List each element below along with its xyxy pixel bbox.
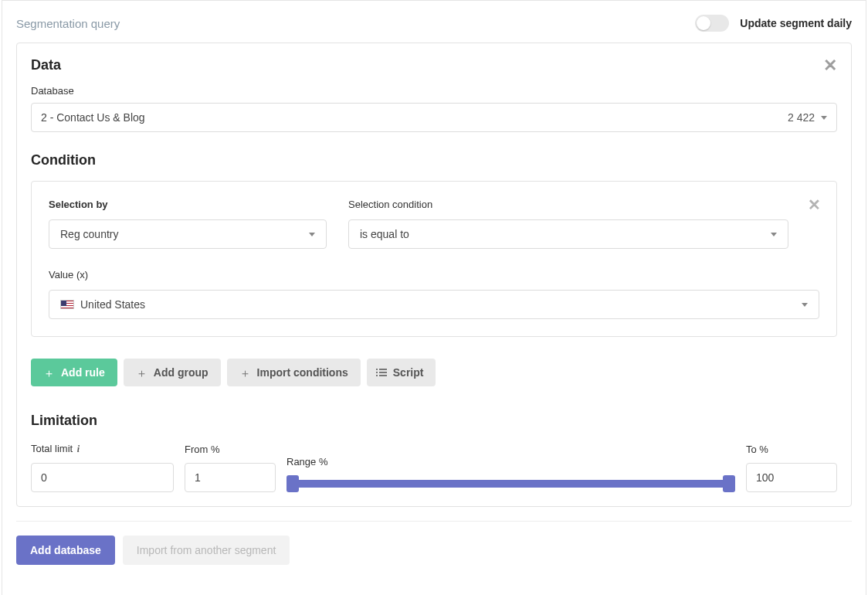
condition-section-title: Condition [31,152,837,168]
database-value: 2 - Contact Us & Blog [41,111,788,124]
import-conditions-button[interactable]: ＋ Import conditions [227,359,361,386]
from-pct-input[interactable] [185,463,276,492]
selection-by-label: Selection by [49,199,327,210]
value-select[interactable]: United States [49,290,819,319]
from-pct-label: From % [185,444,276,455]
close-condition-icon[interactable]: ✕ [808,197,821,212]
import-from-segment-button[interactable]: Import from another segment [123,536,290,565]
database-select[interactable]: 2 - Contact Us & Blog 2 422 [31,103,837,132]
total-limit-label: Total limit i [31,443,174,455]
selection-by-select[interactable]: Reg country [49,219,327,249]
update-daily-toggle[interactable] [695,15,729,32]
total-limit-input[interactable] [31,463,174,492]
caret-down-icon [802,303,808,307]
plus-icon: ＋ [136,367,147,379]
limitation-title: Limitation [31,413,837,429]
database-count: 2 422 [788,111,815,124]
add-rule-label: Add rule [61,366,105,379]
database-label: Database [31,85,837,97]
data-card: Data ✕ Database 2 - Contact Us & Blog 2 … [16,42,852,507]
close-data-card-icon[interactable]: ✕ [823,57,837,74]
range-slider[interactable] [287,480,735,488]
import-conditions-label: Import conditions [257,366,348,379]
range-handle-left[interactable] [287,475,299,492]
toggle-knob [697,16,710,30]
selection-condition-label: Selection condition [348,199,788,210]
selection-condition-value: is equal to [360,228,771,240]
us-flag-icon [60,300,74,309]
list-icon [379,369,387,376]
value-value: United States [80,298,802,311]
caret-down-icon [309,233,315,236]
caret-down-icon [821,116,827,120]
add-group-button[interactable]: ＋ Add group [124,359,221,386]
selection-by-value: Reg country [60,228,309,240]
range-pct-label: Range % [287,456,735,468]
update-daily-label: Update segment daily [740,17,852,29]
plus-icon: ＋ [43,367,55,379]
to-pct-input[interactable] [746,463,837,492]
data-section-title: Data [31,57,823,73]
add-group-label: Add group [154,366,209,379]
plus-icon: ＋ [239,367,251,379]
info-icon[interactable]: i [77,444,80,455]
add-rule-button[interactable]: ＋ Add rule [31,359,117,386]
to-pct-label: To % [746,444,837,455]
condition-box: ✕ Selection by Reg country Selection con… [31,181,837,337]
selection-condition-select[interactable]: is equal to [348,219,788,249]
value-label: Value (x) [49,269,819,280]
script-label: Script [393,366,424,379]
add-database-button[interactable]: Add database [16,536,115,565]
range-handle-right[interactable] [723,475,735,492]
segmentation-query-title: Segmentation query [16,17,695,30]
script-button[interactable]: Script [367,359,436,386]
caret-down-icon [771,233,777,236]
